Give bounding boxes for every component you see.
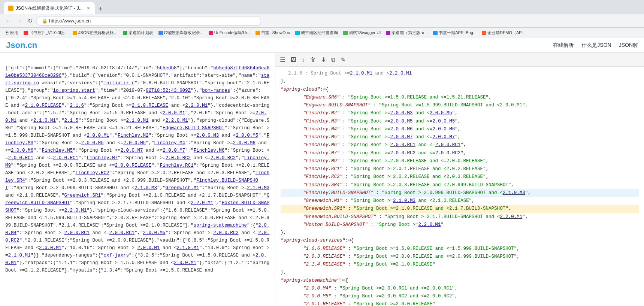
json-spring-cloud-close: }, [281, 229, 639, 237]
content-area: ["git":{"commit":{"time":"2019-07-02T18:… [0, 53, 644, 306]
json-scs-close: }, [281, 269, 639, 276]
json-greenwich-sr1: "Greenwich.SR1" : "Spring Boot >=2.1.0.R… [281, 205, 639, 213]
active-tab[interactable]: JSON在线解析及格式化验证 - J... ✕ [4, 2, 95, 14]
bookmark-item-4[interactable]: C端数据库修改记录... [156, 29, 206, 36]
bookmark-item-2[interactable]: JSON在线解析及格... [70, 29, 120, 36]
bookmark-item-11[interactable]: 企业端DEMO（AP... [480, 29, 527, 36]
json-finchley-m5: "Finchley.M5" : "Spring Boot >=2.0.0.M7 … [281, 133, 639, 141]
tab-title: JSON在线解析及格式化验证 - J... [16, 5, 83, 12]
bookmark-item-3[interactable]: 渠道简计划表 [121, 29, 155, 36]
json-ssm-key: "spring-statemachine":⊟{ [281, 277, 639, 285]
bookmark-item-5[interactable]: UrlEncode编码/Ur... [206, 29, 253, 36]
bookmark-item-10[interactable]: 书堂一期APP::Bug... [431, 29, 479, 36]
json-greenwich-build: "Greenwich.BUILD-SNAPSHOT" : "Spring Boo… [281, 213, 639, 221]
json-finchley-m4: "Finchley.M4" : "Spring Boot >=2.0.0.M6 … [281, 125, 639, 133]
bookmarks-bar: ⠿ 应用 《书庙》_V1.0.0版... JSON在线解析及格... 渠道简计划… [0, 28, 644, 38]
nav-json-decode[interactable]: JSON解 [619, 42, 638, 49]
lock-icon: 🔒 [42, 18, 48, 24]
json-finchley-rc2: "Finchley.RC2" : "Spring Boot >=2.0.2.RE… [281, 173, 639, 181]
tab-bar: JSON在线解析及格式化验证 - J... ✕ + [4, 0, 106, 14]
bookmark-item-8[interactable]: 测试1Swagger UI [341, 29, 383, 36]
logo: Json.cn [6, 40, 37, 50]
json-line-close1: }, [281, 78, 639, 85]
new-tab-button[interactable]: + [96, 4, 106, 14]
toolbar-download-icon[interactable]: ⬇ [321, 56, 326, 63]
json-line-top: 2.1.5 : Spring Boot >=2.1.0.M1 and <2.2.… [281, 70, 639, 78]
toolbar-delete-icon[interactable]: 🗑 [310, 57, 316, 63]
toolbar-edit-icon[interactable]: ✎ [341, 56, 345, 63]
json-finchley-m6: "Finchley.M6" : "Spring Boot >=2.0.0.RC1… [281, 141, 639, 149]
refresh-button[interactable]: ↻ [26, 16, 34, 25]
json-finchley-m2: "Finchley.M2" : "Spring Boot >=2.0.0.M3 … [281, 109, 639, 117]
bookmark-item-7[interactable]: 城市地区经纬度查询 [293, 29, 340, 36]
bookmark-item-1[interactable]: 《书庙》_V1.0.0版... [21, 29, 70, 36]
right-toolbar: ☰ 🖼 ↕ 🗑 ⬇ ⧉ ✎ [275, 53, 644, 67]
tab-favicon [8, 6, 13, 11]
address-bar: ← → ↻ 🔒 https://www.json.cn [0, 14, 644, 28]
logo-cn: cn [27, 40, 37, 50]
json-finchley-build: "Finchley.BUILD-SNAPSHOT" : "Spring Boot… [281, 189, 639, 197]
browser-chrome: JSON在线解析及格式化验证 - J... ✕ + [0, 0, 644, 14]
toolbar-menu-icon[interactable]: ☰ [280, 56, 285, 63]
left-panel[interactable]: ["git":{"commit":{"time":"2019-07-02T18:… [0, 53, 275, 306]
right-panel: ☰ 🖼 ↕ 🗑 ⬇ ⧉ ✎ 2.1.5 : Spring Boot >=2.1.… [275, 53, 644, 306]
json-spring-cloud-key: "spring-cloud":⊟{ [281, 86, 639, 94]
json-greenwich-m1: "Greenwich.M1" : "Spring Boot >=2.1.0.M3… [281, 197, 639, 205]
nav-online-parse[interactable]: 在线解析 [553, 42, 574, 49]
toolbar-sort-icon[interactable]: ↕ [302, 57, 305, 63]
nav-what-is-json[interactable]: 什么是JSON [581, 42, 611, 49]
logo-json: Json [6, 40, 25, 50]
left-json-content: ["git":{"commit":{"time":"2019-07-02T18:… [5, 57, 270, 282]
json-edgware-build: "Edgware.BUILD-SNAPSHOT" : "Spring Boot … [281, 102, 639, 109]
json-ssm-1: "2.0.0.M4" : "Spring Boot >=2.0.0.RC1 an… [281, 285, 639, 293]
json-ssm-2: "2.0.0.M5" : "Spring Boot >=2.0.0.RC2 an… [281, 293, 639, 300]
url-input-wrapper[interactable]: 🔒 https://www.json.cn [36, 16, 261, 26]
json-finchley-rc1: "Finchley.RC1" : "Spring Boot >=2.0.1.RE… [281, 165, 639, 173]
json-scs-key: "spring-cloud-services":⊟{ [281, 237, 639, 245]
json-finchley-m3: "Finchley.M3" : "Spring Boot >=2.0.0.M5 … [281, 118, 639, 125]
json-scs-3: "2.1.4.RELEASE" : "Spring Boot >=2.1.0.R… [281, 261, 639, 269]
json-edgware-sr6: "Edgware.SR6" : "Spring Boot >=1.5.0.REL… [281, 94, 639, 102]
json-hoxton-build: "Hoxton.BUILD-SNAPSHOT" : "Spring Boot >… [281, 221, 639, 229]
back-button[interactable]: ← [4, 17, 13, 25]
tab-close-icon[interactable]: ✕ [87, 6, 90, 11]
top-nav: Json.cn 在线解析 什么是JSON JSON解 [0, 38, 644, 53]
toolbar-copy-icon[interactable]: ⧉ [331, 57, 335, 63]
toolbar-image-icon[interactable]: 🖼 [290, 57, 296, 63]
json-scs-2: "2.0.3.RELEASE" : "Spring Boot >=2.0.0.R… [281, 253, 639, 261]
apps-icon[interactable]: ⠿ 应用 [3, 29, 21, 37]
json-ssm-3: "2.0.1.RELEASE" : "Spring Boot >=2.0.0.R… [281, 300, 639, 306]
json-scs-1: "1.6.6.RELEASE" : "Spring Boot >=1.5.0.R… [281, 245, 639, 253]
nav-links: 在线解析 什么是JSON JSON解 [553, 42, 638, 49]
forward-button[interactable]: → [15, 17, 24, 25]
json-finchley-m7: "Finchley.M7" : "Spring Boot >=2.0.0.RC2… [281, 149, 639, 157]
json-finchley-m9: "Finchley.M9" : "Spring Boot >=2.0.0.REL… [281, 157, 639, 165]
bookmark-item-9[interactable]: 渠道端（第三版·π... [384, 29, 430, 36]
bookmark-item-6[interactable]: 书堂--ShowDoc [253, 29, 292, 36]
url-display: https://www.json.cn [49, 18, 91, 24]
json-finchley-sr4: "Finchley.SR4" : "Spring Boot >=2.0.3.RE… [281, 181, 639, 189]
app-container: Json.cn 在线解析 什么是JSON JSON解 ["git":{"comm… [0, 38, 644, 306]
right-json-content[interactable]: 2.1.5 : Spring Boot >=2.1.0.M1 and <2.2.… [275, 67, 644, 306]
